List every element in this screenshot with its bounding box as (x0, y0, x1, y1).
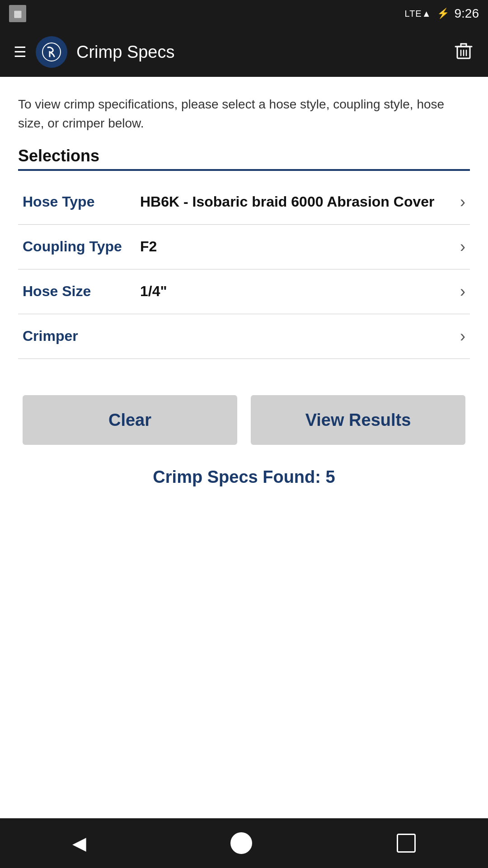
lte-icon: LTE▲ (405, 9, 432, 19)
coupling-type-label: Coupling Type (23, 237, 140, 256)
description-text: To view crimp specifications, please sel… (18, 95, 470, 133)
buttons-container: Clear View Results (23, 395, 465, 445)
coupling-type-chevron-icon: › (460, 237, 465, 256)
hose-type-chevron-icon: › (460, 193, 465, 212)
results-found-text: Crimp Specs Found: 5 (18, 467, 470, 487)
crimper-chevron-icon: › (460, 327, 465, 346)
main-content: To view crimp specifications, please sel… (0, 77, 488, 818)
hose-type-value: HB6K - Isobaric braid 6000 Abrasion Cove… (140, 193, 460, 212)
hose-size-label: Hose Size (23, 282, 140, 301)
coupling-type-value: F2 (140, 237, 460, 256)
recents-button[interactable] (397, 834, 416, 853)
parker-logo-svg (42, 42, 61, 62)
hose-size-row[interactable]: Hose Size 1/4" › (18, 269, 470, 314)
status-bar-right: LTE▲ ⚡ 9:26 (405, 6, 479, 21)
home-button[interactable] (230, 832, 252, 854)
selections-heading: Selections (18, 146, 470, 165)
hamburger-menu-icon[interactable]: ☰ (14, 43, 27, 61)
hose-type-label: Hose Type (23, 193, 140, 212)
battery-icon: ⚡ (437, 8, 449, 19)
view-results-button[interactable]: View Results (251, 395, 465, 445)
crimper-row[interactable]: Crimper › (18, 314, 470, 359)
coupling-type-row[interactable]: Coupling Type F2 › (18, 225, 470, 269)
bottom-nav: ◀ (0, 818, 488, 868)
status-bar: ▦ LTE▲ ⚡ 9:26 (0, 0, 488, 27)
notification-icon: ▦ (9, 5, 26, 22)
crimper-label: Crimper (23, 327, 140, 346)
app-logo (36, 36, 67, 68)
hose-type-row[interactable]: Hose Type HB6K - Isobaric braid 6000 Abr… (18, 180, 470, 225)
status-bar-left: ▦ (9, 5, 26, 22)
clear-button[interactable]: Clear (23, 395, 237, 445)
selections-divider (18, 169, 470, 171)
back-button[interactable]: ◀ (72, 833, 86, 854)
hose-size-value: 1/4" (140, 282, 460, 301)
app-bar-left: ☰ Crimp Specs (14, 36, 175, 68)
status-time: 9:26 (455, 6, 479, 21)
delete-button[interactable] (453, 39, 474, 65)
hose-size-chevron-icon: › (460, 282, 465, 301)
app-bar: ☰ Crimp Specs (0, 27, 488, 77)
app-title: Crimp Specs (76, 42, 175, 62)
